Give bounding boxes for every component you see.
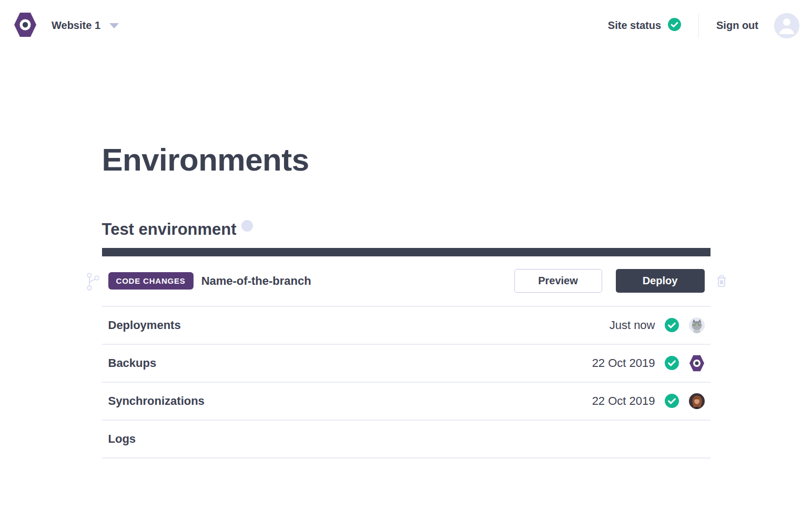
check-circle-icon — [668, 18, 681, 33]
site-selector[interactable]: Website 1 — [52, 19, 119, 32]
hexagon-logo-icon — [14, 12, 37, 39]
preview-button[interactable]: Preview — [514, 269, 602, 293]
woman-avatar — [689, 393, 705, 409]
row-label: Logs — [108, 432, 136, 446]
git-branch-icon — [86, 272, 100, 293]
check-circle-icon — [665, 318, 679, 332]
page-title: Environments — [102, 142, 710, 178]
branch-name: Name-of-the-branch — [201, 274, 311, 288]
person-icon — [774, 13, 799, 38]
top-nav: Website 1 Site status Sign out — [0, 0, 812, 51]
table-row[interactable]: Deployments Just now — [102, 307, 710, 345]
row-label: Synchronizations — [108, 394, 205, 408]
hexagon-logo-avatar — [689, 355, 705, 372]
environment-header-bar — [102, 248, 710, 256]
site-status-label: Site status — [608, 19, 661, 32]
header-divider — [698, 14, 699, 38]
environment-status-dot — [241, 220, 253, 232]
app-logo[interactable] — [14, 12, 37, 39]
check-circle-icon — [665, 394, 679, 408]
trash-icon[interactable] — [715, 274, 728, 291]
row-label: Deployments — [108, 318, 181, 332]
sign-out-link[interactable]: Sign out — [716, 19, 758, 32]
cat-avatar — [689, 317, 705, 333]
table-row[interactable]: Synchronizations 22 Oct 2019 — [102, 383, 710, 421]
code-changes-badge: CODE CHANGES — [108, 272, 194, 290]
check-circle-icon — [665, 356, 679, 370]
site-selector-label: Website 1 — [52, 19, 100, 32]
row-timestamp: 22 Oct 2019 — [592, 356, 655, 370]
chevron-down-icon — [109, 23, 119, 28]
table-row[interactable]: Logs — [102, 421, 710, 459]
table-row[interactable]: Backups 22 Oct 2019 — [102, 345, 710, 383]
environment-header: Test environment — [102, 220, 710, 239]
row-timestamp: 22 Oct 2019 — [592, 394, 655, 408]
branch-row: CODE CHANGES Name-of-the-branch Preview … — [102, 256, 710, 306]
deploy-button[interactable]: Deploy — [616, 269, 705, 293]
environment-title: Test environment — [102, 220, 237, 239]
main-content: Environments Test environment CODE CHANG… — [102, 142, 710, 459]
site-status[interactable]: Site status — [608, 18, 681, 33]
row-timestamp: Just now — [610, 318, 655, 332]
user-avatar[interactable] — [774, 13, 799, 38]
environment-table: Deployments Just now — [102, 306, 710, 459]
row-label: Backups — [108, 356, 157, 370]
